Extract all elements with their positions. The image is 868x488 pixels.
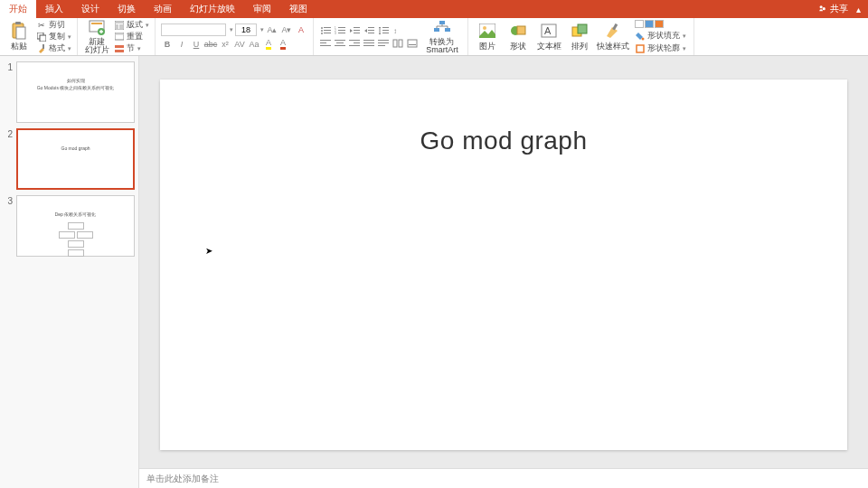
thumb-item[interactable]: 2 Go mod graph <box>4 128 135 190</box>
picture-button[interactable]: 图片 <box>472 18 503 56</box>
text-direction-icon[interactable]: ↕ <box>392 25 404 36</box>
bullets-icon[interactable] <box>319 25 332 36</box>
svg-rect-49 <box>349 45 360 46</box>
svg-rect-6 <box>40 35 46 42</box>
svg-rect-58 <box>408 40 417 47</box>
quick-styles-button[interactable]: 快速样式 <box>595 18 631 56</box>
underline-icon[interactable]: U <box>190 38 203 51</box>
shape-style-swatch[interactable] <box>645 20 654 28</box>
align-center-icon[interactable] <box>334 38 346 49</box>
columns-icon[interactable] <box>392 38 404 49</box>
svg-point-21 <box>321 30 323 32</box>
char-spacing-icon[interactable]: AV <box>233 38 246 51</box>
shape-fill-button[interactable]: 形状填充▾ <box>635 31 686 42</box>
svg-rect-39 <box>382 33 389 33</box>
svg-point-72 <box>641 37 644 40</box>
svg-rect-73 <box>637 45 644 52</box>
thumb-slide[interactable]: Dep 依赖关系可视化 <box>16 195 135 257</box>
paste-button[interactable]: 粘贴 <box>4 18 34 56</box>
highlight-icon[interactable]: A <box>262 38 275 51</box>
thumb-slide-selected[interactable]: Go mod graph <box>16 128 135 190</box>
copy-icon <box>36 32 46 42</box>
notes-placeholder[interactable]: 单击此处添加备注 <box>139 468 868 488</box>
picture-icon <box>478 22 496 40</box>
slide-editor-area[interactable]: Go mod graph ➤ <box>139 56 868 468</box>
share-button[interactable]: 共享 ▴ <box>811 3 868 15</box>
mouse-cursor: ➤ <box>205 246 212 256</box>
shape-style-swatch[interactable] <box>635 20 644 28</box>
svg-rect-51 <box>363 42 374 43</box>
font-size-combo[interactable]: 18 <box>235 23 257 36</box>
strike-icon[interactable]: abc <box>204 38 217 51</box>
copy-button[interactable]: 复制▾ <box>36 32 71 42</box>
tab-slideshow[interactable]: 幻灯片放映 <box>181 0 244 18</box>
increase-indent-icon[interactable] <box>363 25 375 36</box>
tab-animations[interactable]: 动画 <box>145 0 181 18</box>
shapes-button[interactable]: 形状 <box>503 18 533 56</box>
svg-rect-24 <box>324 33 331 33</box>
distribute-icon[interactable] <box>377 38 390 49</box>
svg-rect-4 <box>16 27 25 39</box>
align-left-icon[interactable] <box>319 38 332 49</box>
svg-rect-42 <box>320 42 326 43</box>
align-right-icon[interactable] <box>348 38 361 49</box>
italic-icon[interactable]: I <box>175 38 188 51</box>
tab-design[interactable]: 设计 <box>72 0 108 18</box>
font-name-combo[interactable] <box>161 23 226 36</box>
svg-point-1 <box>823 7 826 10</box>
numbering-icon[interactable]: 123 <box>334 25 346 36</box>
new-slide-button[interactable]: 新建 幻灯片 <box>81 18 112 56</box>
tab-view[interactable]: 视图 <box>280 0 316 18</box>
convert-smartart-button[interactable]: 转换为 SmartArt <box>420 18 464 56</box>
svg-rect-22 <box>324 30 331 31</box>
smartart-icon <box>433 19 451 37</box>
format-painter-button[interactable]: 格式▾ <box>36 43 71 54</box>
decrease-indent-icon[interactable] <box>348 25 361 36</box>
font-color-icon[interactable]: A <box>277 38 289 51</box>
current-slide[interactable]: Go mod graph ➤ <box>160 80 847 450</box>
clear-format-icon[interactable]: A <box>295 23 307 36</box>
thumb-item[interactable]: 3 Dep 依赖关系可视化 <box>4 195 135 257</box>
bold-icon[interactable]: B <box>161 38 174 51</box>
svg-rect-50 <box>363 40 374 41</box>
thumb-item[interactable]: 1 如何实现 Go Moduis 模块之间依赖关系的可视化 <box>4 61 135 123</box>
section-button[interactable]: 节▾ <box>114 43 149 54</box>
cut-button[interactable]: ✂剪切 <box>36 20 71 31</box>
change-case-icon[interactable]: Aa <box>248 38 260 51</box>
thumb-number: 2 <box>4 128 13 190</box>
justify-icon[interactable] <box>363 38 375 49</box>
align-text-icon[interactable] <box>406 38 419 49</box>
svg-rect-62 <box>445 28 450 32</box>
svg-rect-28 <box>338 30 345 31</box>
collapse-ribbon-icon[interactable]: ▴ <box>856 5 861 14</box>
decrease-font-icon[interactable]: A▾ <box>280 23 293 36</box>
tab-transitions[interactable]: 切换 <box>108 0 145 18</box>
svg-rect-35 <box>368 30 374 31</box>
share-icon <box>818 4 827 14</box>
shape-style-swatch[interactable] <box>655 20 664 28</box>
svg-text:3: 3 <box>335 32 336 35</box>
svg-rect-52 <box>363 45 374 46</box>
line-spacing-icon[interactable] <box>377 25 390 36</box>
increase-font-icon[interactable]: A▴ <box>266 23 278 36</box>
tab-review[interactable]: 审阅 <box>244 0 280 18</box>
shape-outline-button[interactable]: 形状轮廓▾ <box>635 43 686 54</box>
slide-title[interactable]: Go mod graph <box>160 127 847 155</box>
arrange-icon <box>571 22 589 40</box>
svg-rect-16 <box>116 33 123 35</box>
layout-button[interactable]: 版式▾ <box>114 20 149 31</box>
ribbon-group-font: ▾ 18 ▾ A▴ A▾ A B I U abc x² AV Aa A A <box>156 18 314 55</box>
thumb-number: 1 <box>4 61 13 123</box>
svg-rect-66 <box>517 26 525 34</box>
textbox-button[interactable]: A 文本框 <box>533 18 564 56</box>
ribbon-group-clipboard: 粘贴 ✂剪切 复制▾ 格式▾ <box>0 18 78 55</box>
svg-rect-32 <box>354 30 360 31</box>
tab-insert[interactable]: 插入 <box>36 0 72 18</box>
reset-button[interactable]: 重置 <box>114 32 149 42</box>
outline-icon <box>635 43 645 53</box>
tab-home[interactable]: 开始 <box>0 0 36 18</box>
svg-rect-33 <box>354 33 360 33</box>
thumb-slide[interactable]: 如何实现 Go Moduis 模块之间依赖关系的可视化 <box>16 61 135 123</box>
superscript-icon[interactable]: x² <box>219 38 231 51</box>
arrange-button[interactable]: 排列 <box>564 18 595 56</box>
